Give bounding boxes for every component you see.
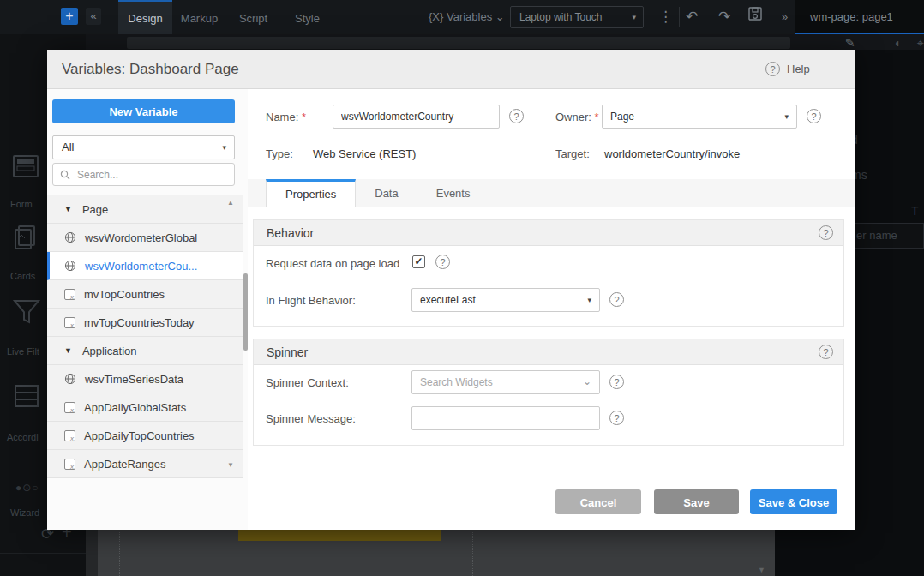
help-button[interactable]: ? Help — [765, 62, 810, 76]
variable-item[interactable]: x AppDateRanges — [47, 450, 243, 478]
canvas-guide-line — [472, 525, 473, 576]
tab-data[interactable]: Data — [356, 179, 417, 207]
spinner-title: Spinner — [267, 345, 308, 359]
variable-group-page[interactable]: ▼ Page — [47, 195, 243, 224]
required-marker: * — [595, 111, 599, 123]
variable-item[interactable]: wsvTimeSeriesData — [47, 365, 243, 393]
help-icon: ? — [765, 62, 780, 76]
type-value: Web Service (REST) — [313, 147, 416, 160]
chevron-down-icon: ▾ — [784, 105, 789, 128]
tab-events[interactable]: Events — [417, 179, 489, 207]
variable-label: AppDateRanges — [84, 458, 165, 471]
device-selector[interactable]: Laptop with Touch ▾ — [510, 6, 644, 28]
variable-label: wsvWordometerGlobal — [85, 231, 197, 244]
variable-group-application[interactable]: ▼ Application — [47, 337, 243, 365]
wizard-widget-label: Wizard — [10, 507, 39, 518]
caret-down-icon: ▼ — [64, 346, 72, 355]
model-variable-icon: x — [64, 317, 75, 328]
page-file-tab[interactable]: wm-page: page1 — [795, 0, 924, 34]
model-variable-icon: x — [64, 430, 75, 441]
save-button[interactable]: Save — [654, 489, 739, 514]
canvas-toolbar-strip — [0, 34, 924, 50]
owner-label: Owner: * — [555, 111, 599, 123]
save-and-close-button[interactable]: Save & Close — [750, 489, 837, 514]
toolbar-divider — [679, 7, 680, 27]
scroll-down-icon[interactable]: ▼ — [227, 461, 234, 469]
device-selector-value: Laptop with Touch — [519, 11, 603, 23]
canvas-ruler — [86, 525, 98, 576]
variable-label: mvTopCountries — [84, 288, 165, 301]
inflight-behavior-value: executeLast — [420, 294, 476, 306]
variable-label: mvTopCountriesToday — [84, 316, 195, 329]
cards-widget-label: Cards — [10, 271, 35, 281]
expand-panel-button[interactable]: » — [782, 7, 788, 27]
wizard-widget-icon[interactable]: ●⊙○ — [15, 482, 39, 494]
spinner-context-placeholder: Search Widgets — [420, 376, 493, 388]
model-variable-icon: x — [64, 459, 75, 470]
scroll-up-icon[interactable]: ▲ — [227, 199, 234, 207]
request-data-help-icon[interactable]: ? — [435, 255, 450, 269]
spinner-section-header: Spinner ? — [254, 339, 843, 365]
tab-style[interactable]: Style — [280, 0, 334, 34]
variable-label: wsvTimeSeriesData — [85, 373, 183, 386]
inflight-help-icon[interactable]: ? — [609, 292, 624, 307]
variable-filter-select[interactable]: All ▾ — [52, 135, 235, 159]
form-widget-label: Form — [10, 199, 33, 209]
chevron-down-icon: ⌄ — [583, 371, 591, 392]
name-input[interactable] — [333, 105, 500, 129]
right-panel-input-fragment[interactable]: er name — [849, 223, 924, 249]
design-canvas[interactable]: ▼ — [98, 525, 775, 576]
tab-script[interactable]: Script — [226, 0, 280, 34]
owner-select[interactable]: Page ▾ — [602, 105, 797, 129]
redo-icon[interactable]: ↷ — [718, 7, 730, 27]
variable-label: AppDailyGlobalStats — [84, 401, 186, 414]
canvas-highlight-bar — [238, 530, 441, 541]
add-page-button[interactable]: + — [61, 8, 78, 25]
accordion-widget-icon[interactable] — [14, 384, 39, 411]
tab-design[interactable]: Design — [118, 0, 172, 34]
request-data-checkbox[interactable]: ✓ — [412, 255, 425, 268]
variable-item[interactable]: x mvTopCountries — [47, 280, 243, 309]
right-panel-fragment: T — [911, 204, 919, 218]
new-variable-button[interactable]: New Variable — [52, 99, 235, 123]
cards-widget-icon[interactable] — [14, 225, 38, 254]
behavior-help-icon[interactable]: ? — [819, 225, 833, 240]
kebab-menu-icon[interactable]: ⋮ — [658, 7, 673, 27]
variable-item-selected[interactable]: wsvWorldometerCou... — [47, 252, 243, 280]
tab-properties[interactable]: Properties — [266, 179, 356, 207]
search-input[interactable] — [75, 168, 227, 182]
variable-item[interactable]: x AppDailyTopCountries — [47, 422, 243, 450]
name-label: Name: * — [266, 111, 306, 123]
target-value: worldometerCountry/invoke — [604, 147, 740, 160]
save-icon[interactable] — [747, 6, 763, 27]
inflight-behavior-select[interactable]: executeLast ▾ — [411, 288, 600, 312]
cancel-button[interactable]: Cancel — [555, 489, 641, 514]
chevron-down-icon: ▾ — [587, 289, 591, 311]
spinner-context-select[interactable]: Search Widgets ⌄ — [411, 370, 600, 394]
sidebar-scrollbar[interactable] — [243, 273, 248, 351]
spinner-message-help-icon[interactable]: ? — [609, 411, 624, 425]
owner-help-icon[interactable]: ? — [807, 109, 821, 123]
variable-item[interactable]: wsvWordometerGlobal — [47, 224, 243, 252]
page-file-tab-label: wm-page: page1 — [810, 10, 893, 23]
spinner-message-input[interactable] — [411, 406, 600, 430]
live-filter-widget-icon[interactable] — [12, 298, 41, 329]
pencil-icon[interactable]: ✎ — [845, 36, 855, 50]
chevron-down-icon: ▾ — [222, 136, 226, 159]
variables-menu[interactable]: {X} Variables ⌄ — [429, 0, 505, 34]
palette-icon[interactable]: ◐ — [895, 36, 902, 50]
tab-markup[interactable]: Markup — [172, 0, 226, 34]
collapse-panel-button[interactable]: « — [86, 8, 101, 25]
inspect-icon[interactable]: ⌖ — [917, 36, 924, 51]
help-label: Help — [787, 63, 810, 75]
variable-item[interactable]: x mvTopCountriesToday — [47, 309, 243, 337]
variable-search-box[interactable] — [52, 163, 235, 186]
name-help-icon[interactable]: ? — [509, 109, 524, 123]
undo-icon[interactable]: ↶ — [686, 7, 698, 27]
spinner-context-help-icon[interactable]: ? — [609, 375, 624, 389]
search-icon — [60, 170, 70, 180]
spinner-help-icon[interactable]: ? — [819, 345, 833, 359]
variable-item[interactable]: x AppDailyGlobalStats — [47, 393, 243, 422]
form-widget-icon[interactable] — [12, 154, 39, 182]
behavior-title: Behavior — [267, 226, 314, 240]
